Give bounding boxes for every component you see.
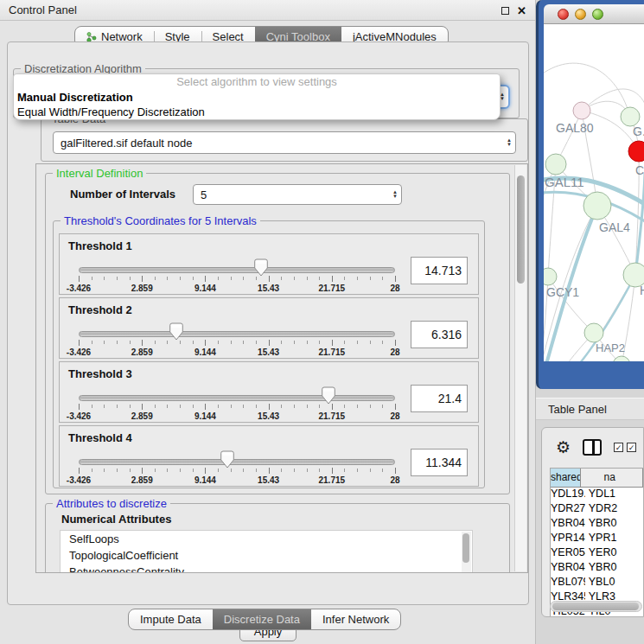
table-cell[interactable]: YBL0 [585,576,643,590]
table-panel-title: Table Panel [548,403,607,416]
table-horizontal-scrollbar[interactable] [550,601,642,612]
interval-definition-group: Interval Definition Number of Intervals … [45,173,510,494]
attribute-list-item[interactable]: BetweennessCentrality [61,564,472,573]
dropdown-option-equal-width[interactable]: Equal Width/Frequency Discretization [14,105,500,119]
slider-track[interactable] [79,459,395,465]
table-cell[interactable]: YBR0 [585,517,643,532]
scrollbar-thumb[interactable] [517,175,525,284]
settings-vertical-scrollbar[interactable] [514,165,526,571]
slider-tick [117,405,118,408]
table-row[interactable]: YDL19...YDL1 [551,488,643,502]
network-edge[interactable] [635,173,644,275]
slider-tick [142,468,143,474]
table-cell[interactable]: YDL1 [585,488,643,502]
threshold-slider[interactable]: -3.4262.8599.14415.4321.71528 [79,265,395,293]
column-header[interactable]: na [581,469,643,488]
network-node[interactable] [584,323,603,342]
slider-tick [117,469,118,472]
slider-tick [79,340,80,346]
threshold-slider[interactable]: -3.4262.8599.14415.4321.71528 [79,457,395,485]
table-cell[interactable]: YBL079W [551,576,585,590]
slider-tick [382,277,383,280]
table-cell[interactable]: YBR045C [551,561,585,576]
gear-icon[interactable]: ⚙ [556,439,571,456]
table-cell[interactable]: YPR1 [585,532,643,546]
table-cell[interactable]: YER0 [585,546,643,561]
table-row[interactable]: YDR27...YDR2 [551,502,643,517]
attributes-list-scrollbar[interactable] [462,532,471,573]
slider-tick [79,276,80,282]
slider-tick [243,341,244,344]
close-icon[interactable]: ✕ [517,5,526,16]
network-node[interactable] [545,154,566,175]
dropdown-option-manual[interactable]: Manual Discretization [14,90,500,105]
slider-tick [307,341,308,344]
checkbox-checked-icon[interactable]: ✓ [627,443,636,452]
table-cell[interactable]: YDL19... [551,488,585,502]
mode-tab-discretize-data[interactable]: Discretize Data [213,609,311,629]
table-cell[interactable]: YBR0 [585,561,643,576]
table-cell[interactable]: YDR27... [551,502,585,517]
threshold-value-input[interactable]: 14.713 [411,257,468,284]
table-row[interactable]: YPR145WYPR1 [551,532,643,546]
attribute-list-item[interactable]: TopologicalCoefficient [61,547,472,564]
slider-handle[interactable] [322,386,335,408]
threshold-value-input[interactable]: 21.4 [411,385,468,412]
screen: Control Panel ✕ NetworkStyleSelectCyni T… [0,0,644,644]
scrollbar-thumb[interactable] [552,603,639,610]
table-cell[interactable]: YER054C [551,546,585,561]
network-node[interactable] [613,356,630,361]
slider-tick [319,469,320,472]
slider-track[interactable] [79,395,395,401]
table-cell[interactable]: YDR2 [585,502,643,517]
slider-handle[interactable] [169,322,183,344]
slider-handle[interactable] [220,450,234,472]
number-of-intervals-combobox[interactable]: 5 ▲▼ [193,184,402,205]
slider-tick [167,405,168,408]
threshold-slider[interactable]: -3.4262.8599.14415.4321.71528 [79,329,395,357]
network-node[interactable] [583,192,611,220]
slider-track[interactable] [79,331,395,337]
table-row[interactable]: YER054CYER0 [551,546,643,561]
mode-tab-impute-data[interactable]: Impute Data [129,609,213,629]
network-node[interactable] [628,141,644,162]
slider-tick [332,340,333,346]
slider-tick-label: 21.715 [319,284,346,293]
table-cell[interactable]: YPR145W [551,532,585,546]
network-node[interactable] [544,268,557,285]
slider-tick [269,404,270,410]
network-view-window: GAL80G.CGAL11GAL4GCY1HHAP2 [536,0,644,389]
slider-tick [332,276,333,282]
control-panel-titlebar: Control Panel ✕ [0,0,535,21]
close-traffic-light-icon[interactable] [558,9,569,20]
slider-tick-label: 2.859 [131,475,153,485]
columns-icon[interactable] [583,439,602,456]
minimize-traffic-light-icon[interactable] [575,9,586,20]
threshold-slider[interactable]: -3.4262.8599.14415.4321.71528 [79,393,395,421]
combo-stepper-icon[interactable]: ▲▼ [392,190,398,199]
table-row[interactable]: YBL079WYBL0 [551,576,643,590]
slider-tick [130,341,131,344]
checkbox-checked-icon[interactable]: ✓ [614,443,623,452]
mode-tab-infer-network[interactable]: Infer Network [311,609,400,629]
slider-tick [344,469,345,472]
column-header[interactable]: shared... [551,469,581,488]
table-row[interactable]: YBR043CYBR0 [551,517,643,532]
zoom-traffic-light-icon[interactable] [592,9,603,20]
table-row[interactable]: YBR045CYBR0 [551,561,643,576]
float-window-icon[interactable] [501,7,509,15]
slider-handle[interactable] [254,258,268,280]
network-node[interactable] [573,102,590,119]
threshold-value-input[interactable]: 6.316 [411,321,468,348]
table-cell[interactable]: YBR043C [551,517,585,532]
table-data-combobox[interactable]: galFiltered.sif default node ▲▼ [53,131,516,154]
network-edge[interactable] [582,89,644,111]
slider-tick-label: 2.859 [131,348,153,357]
attribute-list-item[interactable]: SelfLoops [61,531,472,547]
slider-track[interactable] [79,267,395,273]
threshold-value-input[interactable]: 11.344 [411,449,468,476]
network-node[interactable] [621,107,640,126]
slider-tick [370,469,371,472]
network-canvas[interactable]: GAL80G.CGAL11GAL4GCY1HHAP2 [544,24,644,361]
combo-stepper-icon[interactable]: ▲▼ [507,138,512,147]
